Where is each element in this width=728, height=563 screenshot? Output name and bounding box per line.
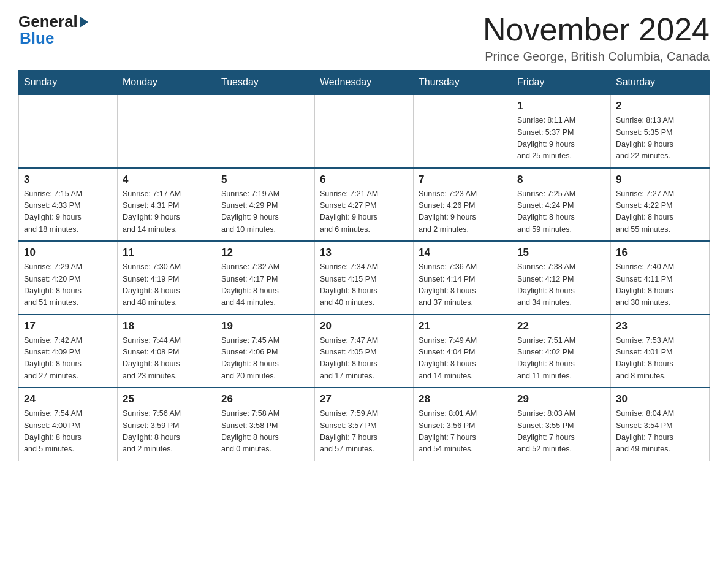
weekday-header-tuesday: Tuesday xyxy=(216,71,315,95)
day-number: 8 xyxy=(517,174,605,186)
day-cell: 7Sunrise: 7:23 AMSunset: 4:26 PMDaylight… xyxy=(414,168,512,242)
day-number: 5 xyxy=(221,174,309,186)
day-number: 6 xyxy=(320,174,408,186)
week-row-4: 17Sunrise: 7:42 AMSunset: 4:09 PMDayligh… xyxy=(19,315,710,388)
day-cell: 21Sunrise: 7:49 AMSunset: 4:04 PMDayligh… xyxy=(414,315,512,388)
week-row-3: 10Sunrise: 7:29 AMSunset: 4:20 PMDayligh… xyxy=(19,241,710,315)
day-number: 7 xyxy=(419,174,507,186)
day-number: 29 xyxy=(517,393,605,405)
day-cell: 9Sunrise: 7:27 AMSunset: 4:22 PMDaylight… xyxy=(611,168,710,242)
day-info: Sunrise: 8:04 AMSunset: 3:54 PMDaylight:… xyxy=(616,408,704,456)
day-number: 17 xyxy=(24,320,112,332)
day-info: Sunrise: 7:56 AMSunset: 3:59 PMDaylight:… xyxy=(123,408,211,456)
day-cell: 27Sunrise: 7:59 AMSunset: 3:57 PMDayligh… xyxy=(315,388,414,461)
title-section: November 2024 Prince George, British Col… xyxy=(483,12,710,64)
day-number: 13 xyxy=(320,247,408,259)
day-number: 20 xyxy=(320,320,408,332)
day-cell: 3Sunrise: 7:15 AMSunset: 4:33 PMDaylight… xyxy=(19,168,118,242)
day-info: Sunrise: 7:34 AMSunset: 4:15 PMDaylight:… xyxy=(320,261,408,309)
day-cell: 28Sunrise: 8:01 AMSunset: 3:56 PMDayligh… xyxy=(414,388,512,461)
day-cell xyxy=(118,94,216,168)
day-cell: 6Sunrise: 7:21 AMSunset: 4:27 PMDaylight… xyxy=(315,168,414,242)
day-info: Sunrise: 7:44 AMSunset: 4:08 PMDaylight:… xyxy=(123,335,211,383)
day-cell: 13Sunrise: 7:34 AMSunset: 4:15 PMDayligh… xyxy=(315,241,414,315)
day-info: Sunrise: 7:58 AMSunset: 3:58 PMDaylight:… xyxy=(221,408,309,456)
day-info: Sunrise: 7:59 AMSunset: 3:57 PMDaylight:… xyxy=(320,408,408,456)
weekday-header-wednesday: Wednesday xyxy=(315,71,414,95)
calendar-table: SundayMondayTuesdayWednesdayThursdayFrid… xyxy=(18,70,710,461)
logo: General Blue xyxy=(18,12,90,48)
day-number: 12 xyxy=(221,247,309,259)
logo-triangle-icon xyxy=(80,17,88,28)
day-cell: 26Sunrise: 7:58 AMSunset: 3:58 PMDayligh… xyxy=(216,388,315,461)
day-info: Sunrise: 7:47 AMSunset: 4:05 PMDaylight:… xyxy=(320,335,408,383)
day-cell xyxy=(315,94,414,168)
day-cell: 1Sunrise: 8:11 AMSunset: 5:37 PMDaylight… xyxy=(512,94,611,168)
day-cell xyxy=(19,94,118,168)
day-cell: 19Sunrise: 7:45 AMSunset: 4:06 PMDayligh… xyxy=(216,315,315,388)
day-number: 30 xyxy=(616,393,704,405)
day-number: 14 xyxy=(419,247,507,259)
day-info: Sunrise: 7:15 AMSunset: 4:33 PMDaylight:… xyxy=(24,188,112,236)
day-number: 24 xyxy=(24,393,112,405)
day-number: 18 xyxy=(123,320,211,332)
day-number: 1 xyxy=(517,100,605,112)
day-info: Sunrise: 7:19 AMSunset: 4:29 PMDaylight:… xyxy=(221,188,309,236)
day-info: Sunrise: 7:30 AMSunset: 4:19 PMDaylight:… xyxy=(123,261,211,309)
day-cell: 8Sunrise: 7:25 AMSunset: 4:24 PMDaylight… xyxy=(512,168,611,242)
day-info: Sunrise: 7:40 AMSunset: 4:11 PMDaylight:… xyxy=(616,261,704,309)
day-number: 9 xyxy=(616,174,704,186)
day-number: 28 xyxy=(419,393,507,405)
day-info: Sunrise: 7:27 AMSunset: 4:22 PMDaylight:… xyxy=(616,188,704,236)
day-info: Sunrise: 8:11 AMSunset: 5:37 PMDaylight:… xyxy=(517,115,605,163)
day-number: 23 xyxy=(616,320,704,332)
day-number: 27 xyxy=(320,393,408,405)
weekday-header-monday: Monday xyxy=(118,71,216,95)
day-cell: 4Sunrise: 7:17 AMSunset: 4:31 PMDaylight… xyxy=(118,168,216,242)
day-number: 10 xyxy=(24,247,112,259)
day-number: 4 xyxy=(123,174,211,186)
day-cell xyxy=(216,94,315,168)
day-cell: 14Sunrise: 7:36 AMSunset: 4:14 PMDayligh… xyxy=(414,241,512,315)
day-number: 16 xyxy=(616,247,704,259)
day-number: 21 xyxy=(419,320,507,332)
day-info: Sunrise: 8:03 AMSunset: 3:55 PMDaylight:… xyxy=(517,408,605,456)
weekday-header-saturday: Saturday xyxy=(611,71,710,95)
day-number: 19 xyxy=(221,320,309,332)
day-cell: 15Sunrise: 7:38 AMSunset: 4:12 PMDayligh… xyxy=(512,241,611,315)
day-info: Sunrise: 7:32 AMSunset: 4:17 PMDaylight:… xyxy=(221,261,309,309)
weekday-header-thursday: Thursday xyxy=(414,71,512,95)
day-info: Sunrise: 7:29 AMSunset: 4:20 PMDaylight:… xyxy=(24,261,112,309)
day-cell: 29Sunrise: 8:03 AMSunset: 3:55 PMDayligh… xyxy=(512,388,611,461)
day-cell: 23Sunrise: 7:53 AMSunset: 4:01 PMDayligh… xyxy=(611,315,710,388)
day-cell: 10Sunrise: 7:29 AMSunset: 4:20 PMDayligh… xyxy=(19,241,118,315)
day-number: 15 xyxy=(517,247,605,259)
weekday-header-row: SundayMondayTuesdayWednesdayThursdayFrid… xyxy=(19,71,710,95)
day-number: 25 xyxy=(123,393,211,405)
day-info: Sunrise: 7:53 AMSunset: 4:01 PMDaylight:… xyxy=(616,335,704,383)
logo-blue: Blue xyxy=(20,29,54,48)
day-number: 2 xyxy=(616,100,704,112)
day-info: Sunrise: 7:21 AMSunset: 4:27 PMDaylight:… xyxy=(320,188,408,236)
day-cell: 5Sunrise: 7:19 AMSunset: 4:29 PMDaylight… xyxy=(216,168,315,242)
day-cell: 22Sunrise: 7:51 AMSunset: 4:02 PMDayligh… xyxy=(512,315,611,388)
day-info: Sunrise: 8:01 AMSunset: 3:56 PMDaylight:… xyxy=(419,408,507,456)
day-info: Sunrise: 7:54 AMSunset: 4:00 PMDaylight:… xyxy=(24,408,112,456)
day-info: Sunrise: 7:51 AMSunset: 4:02 PMDaylight:… xyxy=(517,335,605,383)
month-title: November 2024 xyxy=(483,12,710,47)
day-number: 3 xyxy=(24,174,112,186)
day-cell: 16Sunrise: 7:40 AMSunset: 4:11 PMDayligh… xyxy=(611,241,710,315)
day-info: Sunrise: 7:38 AMSunset: 4:12 PMDaylight:… xyxy=(517,261,605,309)
day-info: Sunrise: 7:49 AMSunset: 4:04 PMDaylight:… xyxy=(419,335,507,383)
day-cell xyxy=(414,94,512,168)
day-cell: 30Sunrise: 8:04 AMSunset: 3:54 PMDayligh… xyxy=(611,388,710,461)
day-info: Sunrise: 7:45 AMSunset: 4:06 PMDaylight:… xyxy=(221,335,309,383)
day-cell: 11Sunrise: 7:30 AMSunset: 4:19 PMDayligh… xyxy=(118,241,216,315)
day-cell: 18Sunrise: 7:44 AMSunset: 4:08 PMDayligh… xyxy=(118,315,216,388)
week-row-1: 1Sunrise: 8:11 AMSunset: 5:37 PMDaylight… xyxy=(19,94,710,168)
day-info: Sunrise: 7:36 AMSunset: 4:14 PMDaylight:… xyxy=(419,261,507,309)
day-info: Sunrise: 7:23 AMSunset: 4:26 PMDaylight:… xyxy=(419,188,507,236)
day-cell: 20Sunrise: 7:47 AMSunset: 4:05 PMDayligh… xyxy=(315,315,414,388)
day-cell: 17Sunrise: 7:42 AMSunset: 4:09 PMDayligh… xyxy=(19,315,118,388)
day-info: Sunrise: 8:13 AMSunset: 5:35 PMDaylight:… xyxy=(616,115,704,163)
